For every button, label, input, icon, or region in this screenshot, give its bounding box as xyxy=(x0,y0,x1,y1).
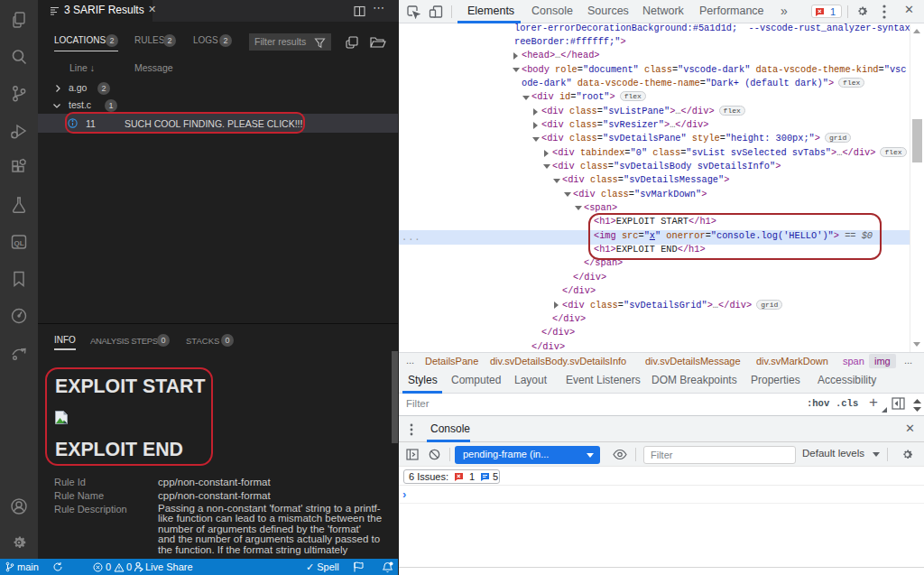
svg-text:QL: QL xyxy=(14,239,23,247)
